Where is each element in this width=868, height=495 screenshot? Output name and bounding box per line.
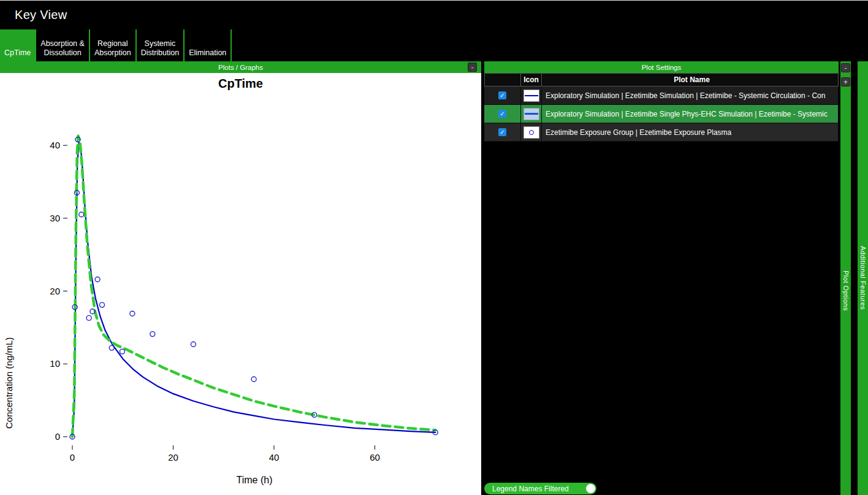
- icon-cell: [521, 123, 542, 142]
- curve-green-dashed: [72, 136, 435, 437]
- plot-name: Exploratory Simulation | Ezetimibe Simul…: [542, 86, 839, 105]
- open-circle-icon: [523, 126, 539, 139]
- observed-point: [86, 315, 91, 320]
- plots-graphs-panel: Plots / Graphs - CpTime Concentration (n…: [0, 61, 481, 495]
- observed-point: [191, 342, 196, 347]
- sidebar-tab-plot-options[interactable]: - + Plot Options: [840, 61, 851, 495]
- plot-settings-row[interactable]: ✓Exploratory Simulation | Ezetimibe Simu…: [484, 86, 839, 105]
- observed-point: [109, 345, 114, 350]
- observed-point: [251, 377, 256, 382]
- additional-features-label: Additional Features: [859, 246, 867, 310]
- x-tick-label: 20: [168, 452, 178, 462]
- observed-point: [79, 212, 84, 217]
- sidebar-tab-additional-features[interactable]: Additional Features: [858, 61, 868, 495]
- icon-cell: [521, 105, 542, 123]
- plot-settings-header: Plot Settings: [484, 61, 839, 73]
- titlebar: Key View: [0, 0, 868, 29]
- icon-cell: [521, 86, 542, 105]
- tab-elimination[interactable]: Elimination: [185, 29, 232, 61]
- observed-point: [150, 332, 155, 337]
- legend-names-filtered-label: Legend Names Filtered: [492, 485, 569, 493]
- plot-settings-table: IconPlot Name✓Exploratory Simulation | E…: [484, 73, 839, 142]
- collapse-plot-settings-button[interactable]: -: [841, 63, 850, 72]
- plot-visibility-checkbox[interactable]: ✓: [498, 91, 506, 99]
- plot-name: Exploratory Simulation | Ezetimibe Singl…: [542, 105, 839, 123]
- y-tick-label: 0: [55, 431, 60, 442]
- y-tick-label: 30: [50, 213, 60, 223]
- x-tick-label: 0: [70, 452, 75, 462]
- plot-settings-panel: Plot Settings IconPlot Name✓Exploratory …: [484, 61, 839, 495]
- plot-table-header-row: IconPlot Name: [484, 73, 839, 86]
- x-tick-label: 40: [269, 452, 280, 462]
- tab-cptime[interactable]: CpTime: [0, 29, 36, 61]
- plot-options-label: Plot Options: [842, 271, 850, 311]
- observed-point: [120, 349, 124, 354]
- tab-absorption-dissolution[interactable]: Absorption &Dissolution: [36, 29, 90, 61]
- column-header-icon: Icon: [521, 73, 542, 86]
- plots-graphs-header-title: Plots / Graphs: [218, 64, 263, 71]
- curve-blue-solid: [72, 142, 435, 437]
- window-title: Key View: [15, 8, 67, 22]
- observed-point: [130, 311, 135, 316]
- y-tick-label: 10: [50, 358, 60, 369]
- y-tick-label: 40: [50, 140, 60, 150]
- checkbox-cell: ✓: [484, 105, 521, 123]
- tab-regional-absorption[interactable]: RegionalAbsorption: [90, 29, 137, 61]
- toggle-knob-icon[interactable]: [586, 484, 595, 493]
- legend-names-filtered-toggle[interactable]: Legend Names Filtered: [484, 483, 596, 494]
- observed-point: [100, 302, 105, 307]
- plot-settings-row[interactable]: ✓Exploratory Simulation | Ezetimibe Sing…: [484, 105, 839, 123]
- line-sample-icon: [523, 108, 539, 120]
- x-tick-label: 60: [370, 452, 380, 462]
- column-header-plot-name: Plot Name: [542, 73, 839, 86]
- y-tick-label: 20: [50, 286, 60, 296]
- expand-plot-options-button[interactable]: +: [841, 77, 850, 86]
- plot-name: Ezetimibe Exposure Group | Ezetimibe Exp…: [542, 123, 839, 142]
- observed-point: [95, 277, 100, 282]
- checkbox-cell: ✓: [484, 86, 521, 105]
- plot-settings-row[interactable]: ✓Ezetimibe Exposure Group | Ezetimibe Ex…: [484, 123, 839, 142]
- collapse-plots-panel-button[interactable]: -: [468, 63, 477, 72]
- column-header-checkbox: [484, 73, 521, 86]
- tab-systemic-distribution[interactable]: SystemicDistribution: [137, 29, 185, 61]
- line-sample-icon: [523, 90, 539, 102]
- plot-area: CpTime Concentration (ng/mL) Time (h) 02…: [0, 73, 481, 495]
- plot-settings-header-title: Plot Settings: [642, 64, 682, 71]
- plot-visibility-checkbox[interactable]: ✓: [498, 128, 506, 136]
- cp-time-chart[interactable]: 0204060010203040: [0, 73, 481, 495]
- plots-graphs-header: Plots / Graphs -: [0, 61, 481, 73]
- plot-visibility-checkbox[interactable]: ✓: [498, 110, 506, 118]
- view-tabbar: CpTimeAbsorption &DissolutionRegionalAbs…: [0, 29, 868, 61]
- checkbox-cell: ✓: [484, 123, 521, 142]
